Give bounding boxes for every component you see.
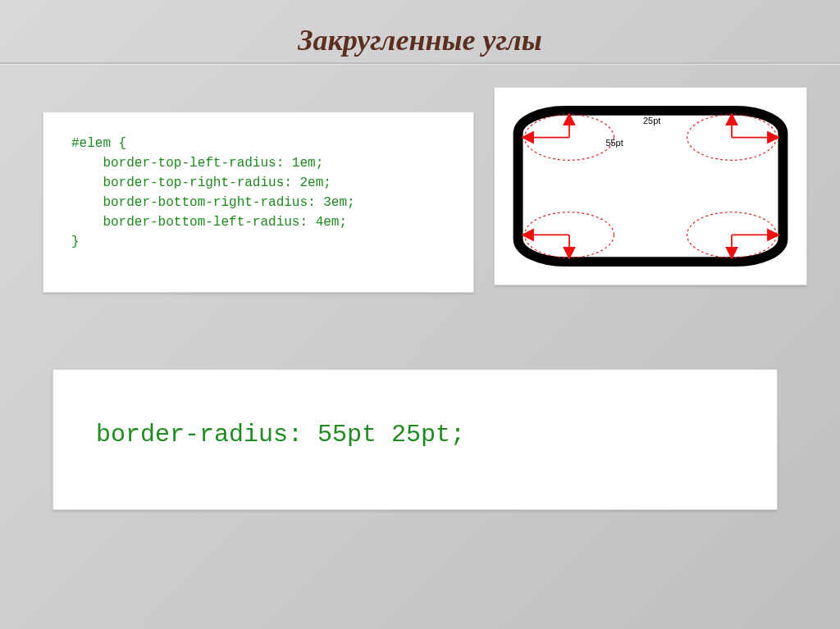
rounded-rect-border — [518, 111, 783, 262]
code-block-1: #elem { border-top-left-radius: 1em; bor… — [43, 112, 474, 293]
diagram-svg: 25pt 55pt — [507, 101, 794, 271]
title-rule — [0, 62, 840, 64]
diagram-label-vertical: 25pt — [643, 116, 660, 125]
code-text-2: border-radius: 55pt 25pt; — [53, 370, 777, 449]
diagram-label-horizontal: 55pt — [606, 138, 623, 148]
code-line: } — [71, 235, 80, 249]
code-line: border-top-right-radius: 2em; — [71, 175, 331, 190]
slide-title: Закругленные углы — [0, 23, 840, 57]
code-line: border-bottom-right-radius: 3em; — [71, 195, 355, 210]
code-line: #elem { — [71, 136, 126, 151]
code-line: border-top-left-radius: 1em; — [71, 156, 323, 171]
code-block-2: border-radius: 55pt 25pt; — [52, 369, 778, 510]
code-line: border-bottom-left-radius: 4em; — [71, 215, 347, 230]
code-text-1: #elem { border-top-left-radius: 1em; bor… — [71, 134, 459, 252]
diagram-box: 25pt 55pt — [494, 87, 807, 285]
